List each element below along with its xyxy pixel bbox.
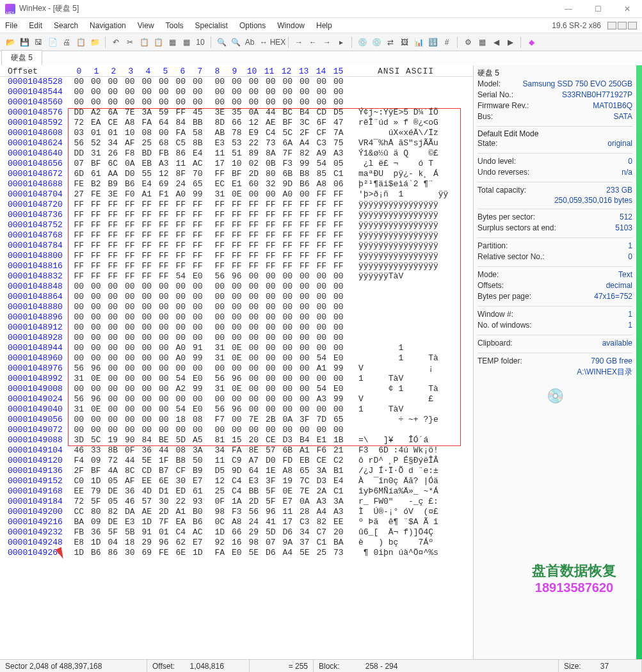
- hex-row[interactable]: 00001049232FB365F5B9101C4AC1D66295DD634C…: [0, 527, 473, 538]
- hex-row[interactable]: 00001048688FEB2B9B6E4692465ECE160329DB6A…: [0, 179, 473, 189]
- tool-drive1-icon[interactable]: 💿: [356, 36, 369, 49]
- hex-row[interactable]: 00001048960000000000000A099310E000000005…: [0, 353, 473, 364]
- tool-hash-icon[interactable]: #: [440, 36, 453, 49]
- tool-last-icon[interactable]: ▶: [504, 36, 517, 49]
- tool-hex-icon[interactable]: HEX: [271, 36, 284, 49]
- close-button[interactable]: ✕: [618, 4, 637, 13]
- tool-goto-icon[interactable]: →: [293, 36, 305, 49]
- tool-calc-icon[interactable]: 🔢: [426, 36, 439, 49]
- hex-row[interactable]: 000010490560000000000001808F7007E2B0A3F7…: [0, 415, 473, 425]
- hex-row[interactable]: 00001048736FFFFFFFFFFFFFFFFFFFFFFFFFFFFF…: [0, 210, 473, 220]
- tool-prop-icon[interactable]: 📋: [74, 36, 87, 49]
- tool-copy-icon[interactable]: 📋: [138, 36, 150, 49]
- tool-print-icon[interactable]: 🖨: [60, 36, 73, 49]
- hex-row[interactable]: 0000104852800000000000000000000000000000…: [0, 77, 473, 87]
- hex-row[interactable]: 0000104892800000000000000000000000000000…: [0, 333, 473, 343]
- hex-row[interactable]: 00001048608030101100800FA58AB78E9C45C2FC…: [0, 128, 473, 138]
- hex-row[interactable]: 000010491362FBF4A8CCDB7CFB9D59D641EA8653…: [0, 466, 473, 476]
- hex-row[interactable]: 00001048816FFFFFFFFFFFFFFFFFFFFFFFFFFFFF…: [0, 261, 473, 271]
- hex-row[interactable]: 0000104870427FE3EF0A1F1A099310E0000A000F…: [0, 189, 473, 200]
- hex-row[interactable]: 000010490245696000000000000000000000000A…: [0, 394, 473, 404]
- tool-cut-icon[interactable]: ✂: [124, 36, 136, 49]
- hex-row[interactable]: 00001048832FFFFFFFFFFFF54E05696000000000…: [0, 271, 473, 282]
- hex-row[interactable]: 000010492641DB6863069FE6E1DFAE05ED6A45E2…: [0, 548, 473, 558]
- menu-help[interactable]: Help: [316, 21, 332, 30]
- hex-row[interactable]: 000010490883D5C199084BE5DA5811520CED3B4E…: [0, 435, 473, 445]
- hex-row[interactable]: 00001048800FFFFFFFFFFFFFFFFFFFFFFFFFFFFF…: [0, 251, 473, 261]
- tool-clone-icon[interactable]: ⇄: [384, 36, 397, 49]
- menu-window[interactable]: Window: [277, 21, 305, 30]
- hex-row[interactable]: 00001048720FFFFFFFFFFFFFFFFFFFFFFFFFFFFF…: [0, 200, 473, 210]
- mdi-close-icon[interactable]: [628, 22, 637, 29]
- hex-body[interactable]: 0000104852800000000000000000000000000000…: [0, 77, 473, 558]
- tool-back-icon[interactable]: ←: [307, 36, 319, 49]
- tool-save-icon[interactable]: 🖫: [32, 36, 45, 49]
- hex-row[interactable]: 0000104859272EACEA8FA6484BB8D6612AEBF3C6…: [0, 118, 473, 128]
- tool-file-icon[interactable]: 📄: [46, 36, 59, 49]
- tool-xways-icon[interactable]: ◆: [525, 36, 538, 49]
- minimize-button[interactable]: —: [559, 4, 578, 13]
- tool-find-icon[interactable]: 🔍: [215, 36, 228, 49]
- menu-search[interactable]: Search: [54, 21, 78, 30]
- tool-settings-icon[interactable]: ⚙: [461, 36, 474, 49]
- hex-row[interactable]: 000010486726D61AAD055128F70FFBF2D806BB88…: [0, 169, 473, 179]
- tool-fwd-icon[interactable]: →: [321, 36, 333, 49]
- tool-undo-icon[interactable]: ↶: [109, 36, 122, 49]
- tool-analyze-icon[interactable]: 📊: [412, 36, 425, 49]
- hex-row[interactable]: 00001048624565234AF2568C58BE35322736AA4C…: [0, 138, 473, 148]
- tool-replace-icon[interactable]: ↔: [257, 36, 270, 49]
- mdi-min-icon[interactable]: [607, 22, 616, 29]
- hex-row[interactable]: 00001049040310E0000000054E05696000000000…: [0, 404, 473, 415]
- hex-row[interactable]: 0000104888000000000000000000000000000000…: [0, 302, 473, 312]
- tool-first-icon[interactable]: ◀: [490, 36, 502, 49]
- tool-mark-icon[interactable]: ▸: [335, 36, 348, 49]
- hex-row[interactable]: 00001049120F40972445E1FB85011C9A7D0FDEBC…: [0, 456, 473, 466]
- hex-row[interactable]: 00001049184725F0546573022930F1A2D5FE70AA…: [0, 497, 473, 507]
- hex-row[interactable]: 0000104889600000000000000000000000000000…: [0, 312, 473, 323]
- maximize-button[interactable]: ☐: [588, 4, 607, 13]
- hex-row[interactable]: 00001048768FFFFFFFFFFFFFFFFFFFFFFFFFFFFF…: [0, 230, 473, 241]
- menu-tools[interactable]: Tools: [166, 21, 184, 30]
- hex-row[interactable]: 00001048576DDA26A7E3A59FF453E350A44BCB4C…: [0, 108, 473, 118]
- hex-row[interactable]: 00001048992310E0000000054E05696000000000…: [0, 374, 473, 384]
- tool-drive2-icon[interactable]: 💿: [370, 36, 383, 49]
- hex-row[interactable]: 0000104907200000000000000000000000000000…: [0, 425, 473, 435]
- tool-paste-icon[interactable]: 📋: [152, 36, 165, 49]
- hex-row[interactable]: 00001048944000000000000A091310E000000000…: [0, 343, 473, 353]
- menu-file[interactable]: File: [5, 21, 17, 30]
- hex-row[interactable]: 00001048640DD3126F8BDFB86E41151898A7F82A…: [0, 148, 473, 159]
- menu-specialist[interactable]: Specialist: [195, 21, 228, 30]
- tool-pasteblock-icon[interactable]: ▦: [180, 36, 193, 49]
- tool-copyblock-icon[interactable]: ▦: [166, 36, 179, 49]
- tool-binary-icon[interactable]: 10: [194, 36, 207, 49]
- hex-row[interactable]: 00001049200CC8082DAAE2DA1B098F356961128A…: [0, 507, 473, 517]
- tool-image-icon[interactable]: 🖼: [398, 36, 411, 49]
- menu-options[interactable]: Options: [239, 21, 266, 30]
- hex-row[interactable]: 0000104891200000000000000000000000000000…: [0, 323, 473, 333]
- hex-row[interactable]: 00001048752FFFFFFFFFFFFFFFFFFFFFFFFFFFFF…: [0, 220, 473, 230]
- hex-row[interactable]: 0000104884800000000000000000000000000000…: [0, 282, 473, 292]
- tab-disk5[interactable]: 硬盘 5: [1, 50, 42, 65]
- hex-row[interactable]: 0000104856000000000000000000000000000000…: [0, 97, 473, 108]
- hex-row[interactable]: 00001049152C01D05AFEE6E30E712C4E33F197CD…: [0, 476, 473, 486]
- hex-editor[interactable]: Offset 0123456789101112131415 ANSI ASCII…: [0, 65, 473, 659]
- tool-open-icon[interactable]: 📂: [4, 36, 17, 49]
- mdi-max-icon[interactable]: [618, 22, 627, 29]
- menu-navigation[interactable]: Navigation: [90, 21, 126, 30]
- menu-view[interactable]: View: [138, 21, 154, 30]
- menu-edit[interactable]: Edit: [29, 21, 42, 30]
- tool-folder-icon[interactable]: 📁: [88, 36, 101, 49]
- tool-findhex-icon[interactable]: 🔍: [229, 36, 242, 49]
- hex-row[interactable]: 00001049216BA09DEE31D7FEAB60CA8244117C38…: [0, 517, 473, 527]
- hex-row[interactable]: 00001049168EE79DE364DD1ED6125C4BB5F0E7E2…: [0, 486, 473, 497]
- hex-row[interactable]: 000010489765696000000000000000000000000A…: [0, 364, 473, 374]
- sector-map[interactable]: [636, 65, 642, 659]
- hex-row[interactable]: 00001049248E81D0418299662E7921698079A37C…: [0, 538, 473, 548]
- hex-row[interactable]: 00001048784FFFFFFFFFFFFFFFFFFFFFFFFFFFFF…: [0, 241, 473, 251]
- hex-row[interactable]: 0000104865607BF6C0AEBA311AC1710020BF3995…: [0, 159, 473, 169]
- hex-row[interactable]: 0000104854400000000000000000000000000000…: [0, 87, 473, 97]
- hex-row[interactable]: 0000104886400000000000000000000000000000…: [0, 292, 473, 302]
- hex-row[interactable]: 00001049008000000000000A299310E000000005…: [0, 384, 473, 394]
- tool-grid-icon[interactable]: ▦: [476, 36, 488, 49]
- hex-row[interactable]: 0000104910446338B0F3644083A34FA8E576BA1F…: [0, 445, 473, 456]
